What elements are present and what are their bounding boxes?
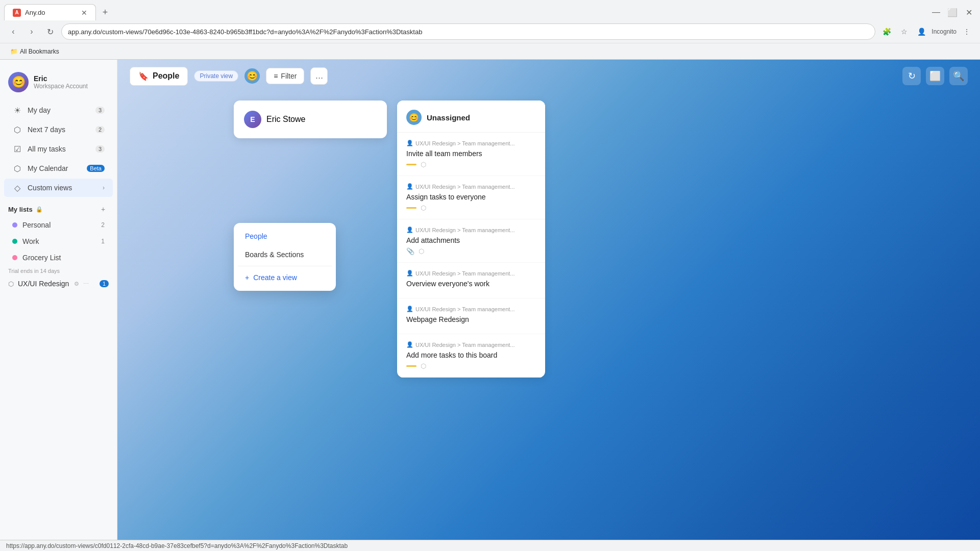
layout-button[interactable]: ⬜: [926, 67, 944, 85]
user-profile[interactable]: 😊 Eric Workspace Account: [0, 68, 117, 101]
task-priority-bar: [406, 365, 416, 367]
view-title: People: [153, 71, 179, 81]
breadcrumb-text: UX/UI Redesign > Team management...: [415, 184, 515, 190]
avatar: 😊: [8, 72, 29, 92]
filter-button[interactable]: ≡ Filter: [266, 68, 304, 84]
add-list-button[interactable]: +: [97, 204, 109, 215]
close-window-button[interactable]: ✕: [962, 5, 976, 19]
minimize-button[interactable]: —: [929, 5, 943, 19]
dropdown-menu: People Boards & Sections + Create a view: [234, 223, 336, 291]
person-icon: 👤: [406, 306, 413, 312]
task-name: Add more tasks to this board: [406, 351, 536, 359]
lock-icon: 🔒: [36, 206, 43, 213]
personal-label: Personal: [22, 221, 51, 229]
subtask-icon[interactable]: ⬡: [421, 161, 426, 168]
more-options-button[interactable]: …: [310, 67, 328, 85]
user-account: Workspace Account: [34, 83, 109, 90]
person-icon: 👤: [406, 183, 413, 190]
sidebar-list-grocery[interactable]: Grocery List: [4, 250, 113, 265]
sidebar-item-next-7-days[interactable]: ⬡ Next 7 days 2: [4, 120, 113, 139]
face-icon: 😊: [247, 70, 258, 82]
menu-button[interactable]: ⋮: [960, 24, 974, 39]
bookmark-button[interactable]: ☆: [897, 24, 911, 39]
topbar: 🔖 People Private view 😊 ≡ Filter … ↻ ⬜: [117, 60, 980, 92]
bookmarks-item[interactable]: 📁 All Bookmarks: [6, 47, 63, 56]
next-7-icon: ⬡: [12, 124, 22, 135]
view-title-button[interactable]: 🔖 People: [130, 67, 188, 86]
task-breadcrumb: 👤 UX/UI Redesign > Team management...: [406, 306, 536, 312]
unassigned-header: 😊 Unassigned: [397, 101, 545, 133]
tab-bar: A Any.do ✕ + — ⬜ ✕: [0, 0, 980, 20]
forward-button[interactable]: ›: [24, 24, 39, 39]
refresh-button[interactable]: ↻: [902, 67, 921, 85]
subtask-icon[interactable]: ⬡: [419, 247, 424, 255]
address-bar[interactable]: app.any.do/custom-views/70e6d96c-103e-48…: [61, 23, 875, 40]
task-item[interactable]: 👤 UX/UI Redesign > Team management... Ad…: [397, 334, 545, 378]
subtask-icon[interactable]: ⬡: [421, 362, 426, 370]
main-content: 🔖 People Private view 😊 ≡ Filter … ↻ ⬜: [117, 60, 980, 551]
task-item[interactable]: 👤 UX/UI Redesign > Team management... We…: [397, 298, 545, 334]
search-button[interactable]: 🔍: [949, 67, 968, 85]
dropdown-item-people[interactable]: People: [238, 227, 332, 245]
sidebar-item-calendar[interactable]: ⬡ My Calendar Beta: [4, 159, 113, 178]
profile-button[interactable]: 👤: [914, 24, 928, 39]
all-tasks-label: All my tasks: [28, 145, 90, 153]
reload-button[interactable]: ↻: [43, 24, 57, 39]
filter-label: Filter: [281, 72, 297, 80]
next-7-label: Next 7 days: [28, 126, 90, 134]
task-name: Assign tasks to everyone: [406, 193, 536, 201]
dropdown-item-create[interactable]: + Create a view: [238, 268, 332, 287]
all-tasks-badge: 3: [95, 145, 105, 153]
topbar-avatar[interactable]: 😊: [244, 68, 260, 84]
task-actions: ⬡: [406, 161, 536, 168]
task-actions: 📎 ⬡: [406, 247, 536, 255]
task-name: Add attachments: [406, 236, 536, 244]
sidebar-list-personal[interactable]: Personal 2: [4, 217, 113, 233]
person-icon: 👤: [406, 140, 413, 146]
user-info: Eric Workspace Account: [34, 74, 109, 90]
unassigned-card: 😊 Unassigned 👤 UX/UI Redesign > Team man…: [397, 101, 545, 378]
chevron-right-icon: ›: [103, 184, 105, 191]
person-icon: 👤: [406, 227, 413, 233]
task-name: Webpage Redesign: [406, 315, 536, 323]
workspace-label: UX/UI Redesign: [18, 280, 69, 288]
tab-title: Any.do: [25, 9, 45, 16]
trial-text: Trial ends in 14 days: [0, 266, 117, 276]
tab-close-button[interactable]: ✕: [81, 9, 87, 17]
my-day-badge: 3: [95, 107, 105, 114]
new-tab-button[interactable]: +: [98, 5, 112, 19]
sidebar-list-work[interactable]: Work 1: [4, 234, 113, 249]
dropdown-divider: [238, 266, 332, 266]
grocery-dot: [12, 255, 17, 260]
sidebar-item-custom-views[interactable]: ◇ Custom views ›: [4, 179, 113, 197]
workspace-item[interactable]: ⬡ UX/UI Redesign ⚙ ⋯ 1: [0, 276, 117, 291]
back-button[interactable]: ‹: [6, 24, 20, 39]
subtask-icon[interactable]: ⬡: [421, 204, 426, 212]
task-priority-bar: [406, 207, 416, 209]
workspace-settings-icon: ⚙: [74, 281, 79, 287]
task-item[interactable]: 👤 UX/UI Redesign > Team management... Ov…: [397, 263, 545, 298]
my-lists-label: My lists: [8, 206, 33, 213]
attachment-icon[interactable]: 📎: [406, 247, 414, 255]
task-item[interactable]: 👤 UX/UI Redesign > Team management... Ad…: [397, 219, 545, 263]
topbar-right: ↻ ⬜ 🔍: [902, 67, 968, 85]
sidebar-item-my-day[interactable]: ☀ My day 3: [4, 101, 113, 119]
my-day-icon: ☀: [12, 105, 22, 115]
active-tab[interactable]: A Any.do ✕: [4, 4, 96, 20]
extensions-button[interactable]: 🧩: [879, 24, 894, 39]
task-breadcrumb: 👤 UX/UI Redesign > Team management...: [406, 341, 536, 348]
restore-button[interactable]: ⬜: [945, 5, 960, 19]
task-priority-bar: [406, 164, 416, 165]
task-item[interactable]: 👤 UX/UI Redesign > Team management... In…: [397, 133, 545, 176]
incognito-label: Incognito: [932, 28, 957, 35]
breadcrumb-text: UX/UI Redesign > Team management...: [415, 270, 515, 277]
unassigned-title: Unassigned: [427, 113, 470, 122]
my-day-label: My day: [28, 106, 90, 114]
task-actions: ⬡: [406, 362, 536, 370]
task-item[interactable]: 👤 UX/UI Redesign > Team management... As…: [397, 176, 545, 219]
sidebar-item-all-tasks[interactable]: ☑ All my tasks 3: [4, 140, 113, 158]
bookmarks-icon: 📁: [10, 48, 18, 55]
task-name: Overview everyone's work: [406, 280, 536, 288]
dropdown-item-boards[interactable]: Boards & Sections: [238, 245, 332, 264]
browser-chrome: A Any.do ✕ + — ⬜ ✕ ‹ › ↻ app.any.do/cust…: [0, 0, 980, 60]
